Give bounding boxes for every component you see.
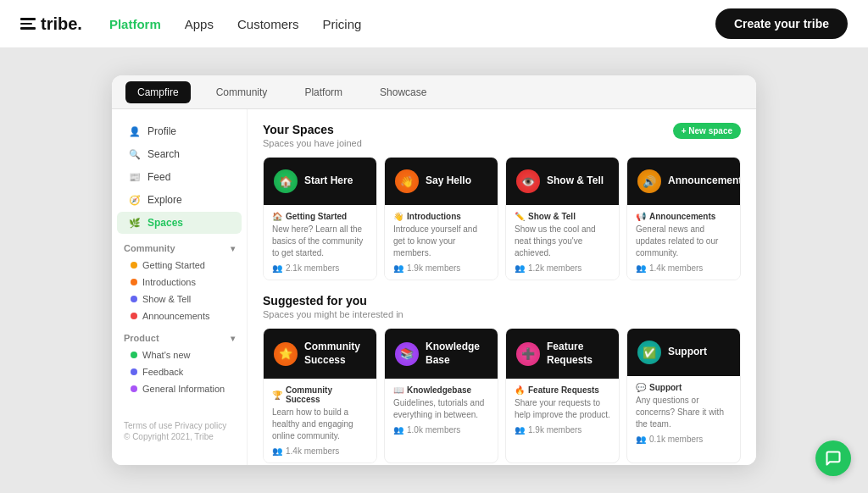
- show-tell-title: Show & Tell: [547, 174, 604, 188]
- show-tell-body: ✏️ Show & Tell Show us the cool and neat…: [506, 205, 619, 280]
- suggested-grid: ⭐ Community Success 🏆 Community Success …: [263, 328, 741, 463]
- say-hello-icon: 👋: [395, 169, 419, 193]
- announcement-body: 📢 Announcements General news and updates…: [627, 205, 740, 280]
- suggested-subtitle: Spaces you might be interested in: [263, 309, 403, 319]
- space-card-announcement[interactable]: 🔊 Announcement 📢 Announcements General n…: [626, 157, 741, 280]
- show-tell-dot: [131, 296, 137, 302]
- logo-text: tribe.: [41, 14, 82, 34]
- your-spaces-subtitle: Spaces you have joined: [263, 138, 362, 148]
- main-background: Campfire Community Platform Showcase 👤 P…: [0, 47, 868, 493]
- sidebar-item-search[interactable]: 🔍 Search: [117, 143, 242, 165]
- announcement-icon: 🔊: [637, 169, 661, 193]
- space-card-start-here[interactable]: 🏠 Start Here 🏠 Getting Started New here?…: [263, 157, 377, 280]
- space-card-support[interactable]: ✅ Support 💬 Support Any questions or con…: [626, 328, 741, 463]
- support-category: 💬 Support: [636, 383, 732, 392]
- feature-requests-header: ➕ Feature Requests: [506, 329, 619, 379]
- space-card-show-tell[interactable]: 👁️ Show & Tell ✏️ Show & Tell Show us th…: [505, 157, 620, 280]
- new-space-button[interactable]: + New space: [673, 123, 741, 139]
- sidebar-community-section: Community ▾: [112, 235, 247, 257]
- space-card-knowledge-base[interactable]: 📚 Knowledge Base 📖 Knowledgebase Guideli…: [384, 328, 498, 463]
- support-members: 👥 0.1k members: [636, 435, 732, 444]
- community-success-category: 🏆 Community Success: [272, 385, 368, 404]
- say-hello-members: 👥 1.9k members: [393, 263, 489, 273]
- nav-apps[interactable]: Apps: [185, 17, 214, 31]
- support-desc: Any questions or concerns? Share it with…: [636, 395, 732, 430]
- feedback-dot: [131, 368, 137, 375]
- say-hello-category: 👋 Introductions: [393, 212, 489, 221]
- sidebar-item-profile[interactable]: 👤 Profile: [117, 120, 242, 142]
- introductions-dot: [131, 279, 137, 285]
- create-tribe-button[interactable]: Create your tribe: [715, 8, 848, 39]
- knowledge-base-icon: 📚: [395, 342, 419, 366]
- sidebar-sub-whats-new[interactable]: What's new: [112, 346, 247, 363]
- suggested-title: Suggested for you: [263, 294, 403, 307]
- whats-new-dot: [131, 352, 137, 358]
- space-card-community-success[interactable]: ⭐ Community Success 🏆 Community Success …: [263, 328, 377, 463]
- spaces-icon: 🌿: [129, 218, 141, 229]
- community-success-title: Community Success: [304, 341, 366, 367]
- feature-requests-title: Feature Requests: [547, 341, 609, 367]
- sidebar-sub-general-info[interactable]: General Information: [112, 380, 247, 397]
- sidebar-sub-show-tell[interactable]: Show & Tell: [112, 291, 247, 307]
- show-tell-members: 👥 1.2k members: [515, 263, 610, 273]
- browser-window: Campfire Community Platform Showcase 👤 P…: [112, 75, 756, 465]
- sidebar-sub-introductions[interactable]: Introductions: [112, 274, 247, 291]
- start-here-desc: New here? Learn all the basics of the co…: [272, 224, 368, 259]
- announcement-members-icon: 👥: [636, 263, 646, 273]
- tab-community[interactable]: Community: [204, 81, 280, 103]
- sidebar-label-feed: Feed: [147, 171, 170, 183]
- tab-platform[interactable]: Platform: [292, 81, 354, 103]
- logo[interactable]: tribe.: [20, 14, 82, 34]
- top-nav: tribe. Platform Apps Customers Pricing C…: [0, 0, 868, 47]
- knowledge-base-title: Knowledge Base: [426, 341, 487, 367]
- say-hello-header: 👋 Say Hello: [385, 158, 498, 205]
- start-here-icon: 🏠: [274, 169, 298, 193]
- knowledge-base-body: 📖 Knowledgebase Guidelines, tutorials an…: [385, 379, 498, 441]
- sidebar-item-explore[interactable]: 🧭 Explore: [117, 189, 242, 211]
- chat-button[interactable]: [815, 440, 851, 476]
- knowledge-base-desc: Guidelines, tutorials and everything in …: [393, 397, 489, 421]
- feed-icon: 📰: [129, 172, 141, 183]
- say-hello-body: 👋 Introductions Introduce yourself and g…: [385, 205, 498, 280]
- support-cat-icon: 💬: [636, 383, 646, 392]
- start-here-body: 🏠 Getting Started New here? Learn all th…: [264, 205, 376, 280]
- general-info-dot: [131, 385, 137, 392]
- product-chevron: ▾: [231, 334, 235, 343]
- announcement-header: 🔊 Announcement: [627, 158, 740, 205]
- nav-links: Platform Apps Customers Pricing: [109, 17, 715, 31]
- nav-platform[interactable]: Platform: [109, 17, 161, 31]
- sidebar-footer: Terms of use Privacy policy © Copyright …: [112, 414, 247, 448]
- space-card-feature-requests[interactable]: ➕ Feature Requests 🔥 Feature Requests Sh…: [505, 328, 620, 463]
- your-spaces-title-block: Your Spaces Spaces you have joined: [263, 123, 362, 148]
- feature-requests-members: 👥 1.9k members: [515, 425, 610, 435]
- sidebar-sub-feedback[interactable]: Feedback: [112, 363, 247, 380]
- sidebar-label-explore: Explore: [147, 194, 182, 206]
- space-card-say-hello[interactable]: 👋 Say Hello 👋 Introductions Introduce yo…: [384, 157, 498, 280]
- your-spaces-header: Your Spaces Spaces you have joined + New…: [263, 123, 741, 148]
- suggested-header: Suggested for you Spaces you might be in…: [263, 294, 741, 319]
- sidebar-sub-announcements[interactable]: Announcements: [112, 307, 247, 324]
- feature-requests-members-icon: 👥: [515, 425, 525, 435]
- knowledge-base-members: 👥 1.0k members: [393, 425, 489, 435]
- your-spaces-title: Your Spaces: [263, 123, 362, 136]
- tab-showcase[interactable]: Showcase: [368, 81, 438, 103]
- start-here-members: 👥 2.1k members: [272, 263, 368, 273]
- support-header: ✅ Support: [627, 329, 740, 376]
- knowledge-base-category: 📖 Knowledgebase: [393, 385, 489, 395]
- say-hello-members-icon: 👥: [393, 263, 403, 273]
- nav-customers[interactable]: Customers: [237, 17, 299, 31]
- community-success-icon: ⭐: [274, 342, 298, 366]
- sidebar-label-spaces: Spaces: [147, 217, 183, 229]
- sidebar-sub-getting-started[interactable]: Getting Started: [112, 257, 247, 274]
- search-icon: 🔍: [129, 149, 141, 160]
- feature-requests-icon: ➕: [516, 342, 540, 366]
- support-icon: ✅: [637, 341, 661, 364]
- sidebar-item-spaces[interactable]: 🌿 Spaces: [117, 212, 242, 234]
- tab-campfire[interactable]: Campfire: [125, 81, 191, 103]
- sidebar-item-feed[interactable]: 📰 Feed: [117, 166, 242, 188]
- your-spaces-grid: 🏠 Start Here 🏠 Getting Started New here?…: [263, 157, 741, 280]
- sidebar-footer-links: Terms of use Privacy policy: [124, 421, 235, 430]
- nav-pricing[interactable]: Pricing: [322, 17, 361, 31]
- knowledge-base-header: 📚 Knowledge Base: [385, 329, 498, 379]
- start-here-header: 🏠 Start Here: [264, 158, 376, 205]
